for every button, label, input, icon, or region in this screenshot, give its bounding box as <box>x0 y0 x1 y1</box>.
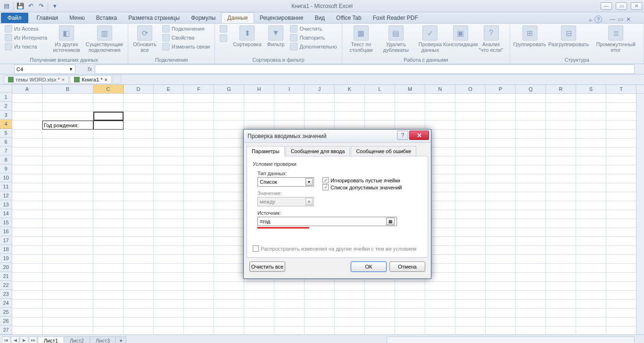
cell[interactable] <box>425 112 455 121</box>
cell[interactable] <box>455 139 486 147</box>
cell[interactable] <box>425 282 455 291</box>
cell[interactable] <box>42 282 93 291</box>
cell[interactable] <box>606 94 636 103</box>
cell[interactable] <box>124 318 154 327</box>
cell[interactable] <box>12 103 42 112</box>
cell[interactable] <box>305 282 335 291</box>
what-if-button[interactable]: ?Анализ "что если" <box>475 24 507 54</box>
cell[interactable] <box>516 130 546 139</box>
cell[interactable] <box>365 103 395 112</box>
row-header[interactable]: 24 <box>0 299 12 308</box>
cell[interactable] <box>42 210 93 219</box>
cell[interactable] <box>546 192 576 201</box>
column-header[interactable]: T <box>606 85 636 93</box>
cell[interactable] <box>516 282 546 291</box>
row-header[interactable]: 22 <box>0 281 12 290</box>
cell[interactable] <box>546 147 576 156</box>
cell[interactable] <box>455 318 486 327</box>
cell[interactable] <box>184 201 214 210</box>
cell[interactable] <box>455 94 486 103</box>
ribbon-minimize-icon[interactable]: ▵ <box>589 16 592 23</box>
cell[interactable] <box>124 219 154 228</box>
consolidate-button[interactable]: ▣Консолидация <box>447 24 473 48</box>
cell[interactable] <box>365 300 395 309</box>
cell[interactable] <box>184 273 214 282</box>
cell[interactable] <box>12 174 42 183</box>
cell[interactable] <box>42 228 93 237</box>
cell[interactable] <box>395 112 425 121</box>
cell[interactable] <box>93 147 124 156</box>
cell[interactable] <box>214 183 244 192</box>
cell[interactable] <box>214 327 244 335</box>
row-header[interactable]: 3 <box>0 111 12 120</box>
cell[interactable] <box>455 147 486 156</box>
cell[interactable] <box>214 121 244 130</box>
cell[interactable] <box>42 309 93 318</box>
cell[interactable] <box>576 255 606 264</box>
cell[interactable] <box>124 282 154 291</box>
cell[interactable] <box>244 112 274 121</box>
cell[interactable] <box>365 291 395 300</box>
filter-button[interactable]: ▼Фильтр <box>265 24 287 48</box>
cell[interactable] <box>93 300 124 309</box>
cell[interactable] <box>606 210 636 219</box>
cell[interactable] <box>455 201 486 210</box>
cell[interactable] <box>12 165 42 174</box>
sheet-nav-prev[interactable]: ◀ <box>11 336 19 343</box>
row-header[interactable]: 10 <box>0 173 12 182</box>
cell[interactable] <box>93 201 124 210</box>
cell[interactable] <box>42 139 93 147</box>
row-header[interactable]: 1 <box>0 93 12 102</box>
cell[interactable] <box>124 291 154 300</box>
tab-review[interactable]: Рецензирование <box>254 13 309 23</box>
dialog-tab-inputmsg[interactable]: Сообщение для ввода <box>286 146 350 156</box>
cell[interactable] <box>12 237 42 246</box>
cell[interactable] <box>516 291 546 300</box>
existing-conn-button[interactable]: ▥Существующие подключения <box>84 24 125 54</box>
cell[interactable] <box>516 273 546 282</box>
cell[interactable] <box>486 121 516 130</box>
cell[interactable] <box>244 318 274 327</box>
cell[interactable] <box>154 103 184 112</box>
cell[interactable] <box>214 192 244 201</box>
cell[interactable] <box>365 94 395 103</box>
tab-formulas[interactable]: Формулы <box>185 13 221 23</box>
cell[interactable] <box>184 327 214 335</box>
file-tab[interactable]: Файл <box>1 13 28 23</box>
cell[interactable] <box>576 130 606 139</box>
cell[interactable] <box>576 210 606 219</box>
cell[interactable] <box>12 201 42 210</box>
column-header[interactable]: E <box>154 85 184 93</box>
cell[interactable] <box>516 183 546 192</box>
cell[interactable] <box>486 192 516 201</box>
cell[interactable] <box>214 219 244 228</box>
cell[interactable] <box>305 318 335 327</box>
sheet-tab-3[interactable]: Лист3 <box>90 336 116 343</box>
cell[interactable] <box>425 94 455 103</box>
cell[interactable] <box>365 309 395 318</box>
row-header[interactable]: 23 <box>0 290 12 299</box>
cell[interactable] <box>274 121 305 130</box>
cell[interactable] <box>576 273 606 282</box>
cell[interactable] <box>455 282 486 291</box>
column-header[interactable]: N <box>425 85 455 93</box>
cell[interactable] <box>576 327 606 335</box>
dialog-tab-erroralert[interactable]: Сообщение об ошибке <box>351 146 416 156</box>
fx-icon[interactable]: fx <box>88 66 92 73</box>
cell[interactable] <box>214 103 244 112</box>
row-header[interactable]: 4 <box>0 120 12 129</box>
ignore-blank-checkbox[interactable]: ✓ <box>322 177 329 183</box>
cell[interactable] <box>576 192 606 201</box>
sheet-tab-1[interactable]: Лист1 <box>38 336 64 343</box>
row-header[interactable]: 8 <box>0 155 12 164</box>
cell[interactable] <box>154 201 184 210</box>
cell[interactable] <box>486 219 516 228</box>
cell[interactable] <box>425 309 455 318</box>
cell[interactable] <box>546 210 576 219</box>
new-doc-button[interactable] <box>113 75 121 84</box>
cell[interactable] <box>154 228 184 237</box>
cell[interactable] <box>486 210 516 219</box>
cell[interactable] <box>486 147 516 156</box>
cell[interactable] <box>395 327 425 335</box>
row-header[interactable]: 5 <box>0 129 12 138</box>
